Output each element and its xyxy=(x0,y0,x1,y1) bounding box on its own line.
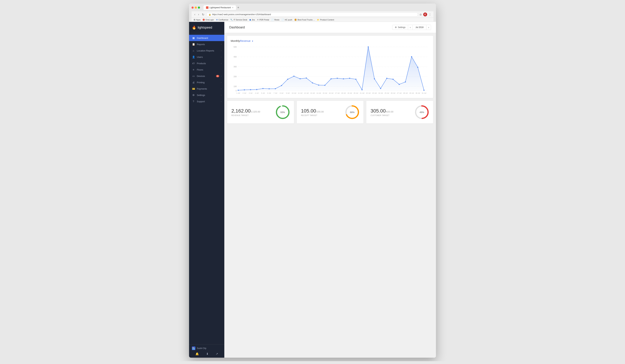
sidebar-item-reports[interactable]: 📋 Reports › xyxy=(189,41,224,47)
dropdown-icon[interactable]: ▾ xyxy=(252,40,253,42)
bookmark-hc-push[interactable]: 📄 HC push xyxy=(281,19,292,21)
sidebar-item-support[interactable]: ? Support › xyxy=(189,98,224,105)
sidebar-item-location-reports-label: Location Reports xyxy=(197,49,219,52)
back-button[interactable]: ‹ xyxy=(194,12,196,16)
app-layout: 🔥 lightspeed ▦ Dashboard 📋 Reports › ⌂ xyxy=(189,22,436,358)
svg-point-28 xyxy=(331,78,332,79)
svg-text:23 Jul: 23 Jul xyxy=(372,92,377,94)
svg-point-17 xyxy=(262,88,263,89)
svg-point-15 xyxy=(250,89,251,90)
browser-toolbar: ‹ › ↻ 🔒 https://nae2-web.posios.com/mana… xyxy=(191,11,434,18)
sidebar-item-floors[interactable]: ≡ Floors xyxy=(189,66,224,73)
svg-text:25 Jul: 25 Jul xyxy=(385,92,389,94)
layers-icon: ≡ xyxy=(192,68,195,71)
close-button[interactable] xyxy=(191,6,194,9)
svg-text:8 Jul: 8 Jul xyxy=(280,92,283,94)
location-row[interactable]: 🏪 Sushi City xyxy=(192,347,221,350)
bookmark-it-service-desk[interactable]: 🔧 IT Service Desk xyxy=(230,19,247,21)
maximize-button[interactable] xyxy=(198,6,200,9)
svg-text:9 Jul: 9 Jul xyxy=(286,92,289,94)
svg-point-41 xyxy=(411,56,412,57)
chevron-right-icon-2: › xyxy=(221,50,221,52)
svg-text:11 Jul: 11 Jul xyxy=(298,92,302,94)
svg-point-13 xyxy=(238,90,239,91)
bookmark-product-content[interactable]: 📁 Product Content xyxy=(317,19,334,21)
header-controls: ⚙ Settings ‹ Jul 2018 › xyxy=(392,25,431,30)
svg-point-20 xyxy=(281,85,282,86)
sidebar-item-users[interactable]: 👤 Users › xyxy=(189,54,224,60)
page-title: Dashboard xyxy=(229,26,245,29)
revenue-kpi-text: 2,162.00/2,325.00 REVENUE TARGET xyxy=(231,108,260,116)
svg-point-18 xyxy=(269,88,270,90)
svg-text:2 Jul: 2 Jul xyxy=(243,92,246,94)
receipt-donut: 68% xyxy=(345,105,359,119)
svg-point-26 xyxy=(318,85,319,86)
bookmark-star-icon[interactable]: ☆ xyxy=(419,13,422,16)
svg-point-22 xyxy=(293,76,294,77)
notification-bell-icon[interactable]: 🔔 xyxy=(195,352,199,356)
bookmarks-bar: ⊞ Apps OneLogin ≋ Confluence 🔧 IT Servic… xyxy=(191,18,434,22)
svg-text:16 Jul: 16 Jul xyxy=(329,92,334,94)
svg-point-29 xyxy=(337,78,338,79)
svg-point-14 xyxy=(244,90,245,91)
svg-text:19 Jul: 19 Jul xyxy=(347,92,352,94)
chart-title: MonthlyRevenue ▾ xyxy=(231,39,430,42)
customer-percent-label: 49% xyxy=(420,111,424,114)
download-icon[interactable]: ⬇ xyxy=(206,352,208,356)
svg-text:24 Jul: 24 Jul xyxy=(378,92,383,94)
customer-kpi-text: 305.00/620.00 CUSTOMER TARGET xyxy=(371,108,393,116)
bookmark-resto[interactable]: 📄 Resto xyxy=(271,19,280,21)
revenue-percent-label: 93% xyxy=(281,111,285,114)
reload-button[interactable]: ↻ xyxy=(201,12,205,17)
sidebar-item-payments-label: Payments xyxy=(197,88,219,90)
printer-icon: 🖨 xyxy=(192,81,195,84)
sidebar-item-devices[interactable]: ▭ Devices 1 › xyxy=(189,73,224,79)
new-tab-button[interactable]: + xyxy=(237,6,240,9)
menu-icon[interactable]: ⋮ xyxy=(429,13,431,16)
active-tab[interactable]: Lightspeed Restaurant ✕ xyxy=(204,5,236,10)
bookmark-jira[interactable]: ◆ Jira xyxy=(249,19,255,21)
bookmark-confluence[interactable]: ≋ Confluence xyxy=(216,19,228,21)
lock-icon: 🔒 xyxy=(209,13,211,16)
month-navigator: ‹ Jul 2018 › xyxy=(408,25,431,30)
sidebar-item-location-reports[interactable]: ⌂ Location Reports › xyxy=(189,47,224,54)
prev-month-button[interactable]: ‹ xyxy=(408,25,412,30)
minimize-button[interactable] xyxy=(195,6,197,9)
bookmark-onelogin[interactable]: OneLogin xyxy=(203,19,214,21)
profile-icon[interactable]: E xyxy=(423,12,427,16)
sidebar-item-settings[interactable]: ⚙ Settings › xyxy=(189,92,224,98)
chevron-right-icon-7: › xyxy=(221,88,221,90)
traffic-lights xyxy=(191,6,200,9)
bookmark-best-food[interactable]: 🍔 Best Food Trucks ... xyxy=(294,19,315,21)
bookmark-it-service-desk-label: IT Service Desk xyxy=(233,19,247,21)
revenue-chart-card: MonthlyRevenue ▾ 500 400 300 xyxy=(227,36,433,98)
chevron-right-icon-9: › xyxy=(221,100,221,102)
bookmark-apps[interactable]: ⊞ Apps xyxy=(194,19,200,21)
svg-text:500: 500 xyxy=(233,46,237,48)
svg-point-38 xyxy=(392,79,393,80)
svg-text:1 Jul: 1 Jul xyxy=(236,92,240,94)
user-icon: 👤 xyxy=(192,56,195,58)
sidebar-item-products[interactable]: 🏷 Products › xyxy=(189,60,224,66)
svg-point-30 xyxy=(343,78,344,79)
sidebar-item-devices-label: Devices xyxy=(197,75,214,77)
settings-button[interactable]: ⚙ Settings xyxy=(392,25,408,30)
bookmark-pdr[interactable]: ✕ PDR Portal xyxy=(257,19,269,21)
tag-icon: 🏷 xyxy=(192,62,195,65)
logo-icon: 🔥 xyxy=(192,25,196,30)
svg-point-40 xyxy=(405,82,406,83)
bookmark-product-content-label: Product Content xyxy=(320,19,334,21)
sidebar-item-dashboard[interactable]: ▦ Dashboard xyxy=(189,35,224,41)
next-month-button[interactable]: › xyxy=(426,25,431,30)
address-bar[interactable]: 🔒 https://nae2-web.posios.com/management… xyxy=(206,12,418,17)
forward-button[interactable]: › xyxy=(197,12,200,16)
svg-text:14 Jul: 14 Jul xyxy=(316,92,321,94)
share-icon[interactable]: ↗ xyxy=(216,352,218,356)
main-content: Dashboard ⚙ Settings ‹ Jul 2018 › xyxy=(224,22,436,358)
sidebar-item-printing[interactable]: 🖨 Printing › xyxy=(189,79,224,86)
tab-close-icon[interactable]: ✕ xyxy=(232,6,233,9)
svg-point-35 xyxy=(374,78,375,79)
sidebar-item-payments[interactable]: 💳 Payments › xyxy=(189,86,224,92)
svg-point-32 xyxy=(355,79,356,80)
tab-bar: Lightspeed Restaurant ✕ + xyxy=(204,5,434,10)
